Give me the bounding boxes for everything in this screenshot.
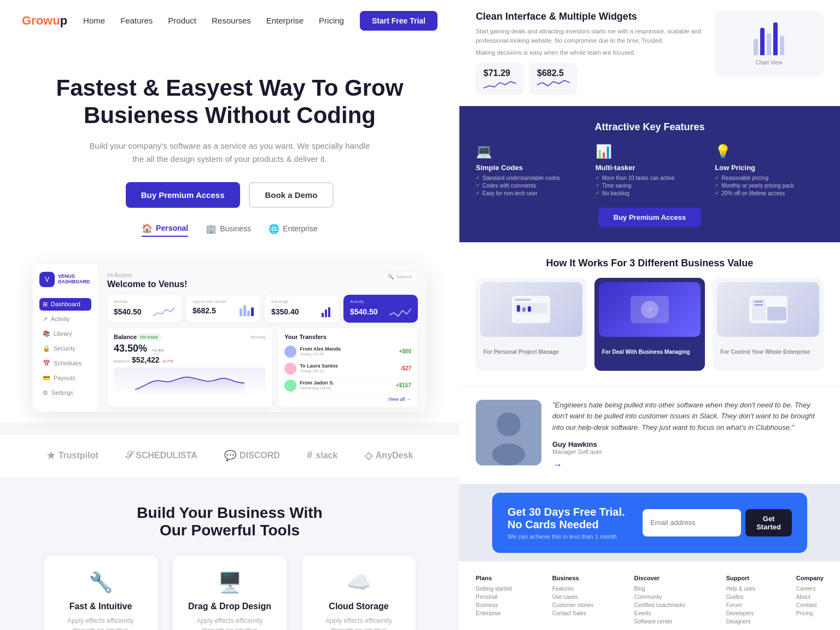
dash-menu-dashboard[interactable]: ⊞ Dashboard [39,298,91,311]
kf-list-pricing: Reasonable pricing Monthly or yearly pri… [715,175,824,196]
svg-point-19 [492,444,525,465]
dash-stat-spend: Spend this month $682.5 [186,295,260,323]
nav-features[interactable]: Features [120,16,153,26]
features-title: Build Your Business With Our Powerful To… [44,504,416,539]
svg-rect-8 [528,306,531,312]
nav-home[interactable]: Home [83,16,105,26]
nav-resources[interactable]: Resourses [212,16,251,26]
tab-personal[interactable]: 🏠 Personal [142,223,188,237]
kf-simple-codes: 💻 Simple Codes Standard understandable c… [476,144,585,198]
hiw-visual-personal [480,282,582,337]
mini-chart-2 [537,78,570,89]
transfer-item-2: To Laura Santos Today 09:15 -$27 [284,360,411,377]
business-icon: 🏢 [206,224,217,234]
fast-icon: 🔧 [57,571,144,594]
key-features-section: Attractive Key Features 💻 Simple Codes S… [459,106,840,242]
hero-headline: Fastest & Easyest Way To Grow Busieness … [44,74,416,130]
cta-section: Get 30 Days Free Trial. No Cards Needed … [492,493,807,553]
dash-menu-security[interactable]: 🔒 Security [39,342,91,355]
kf-icon-multi: 📊 [596,144,704,159]
dash-balance: Balance On track Monthly 43.50% +0.4% Ba… [107,328,272,407]
cloud-icon: ☁️ [315,571,402,594]
kf-buy-button[interactable]: Buy Premium Access [598,208,701,227]
dash-menu-activity[interactable]: ↗ Activity [39,313,91,325]
partner-trustpilot: ★ Trustpilot [46,450,98,462]
view-all-link[interactable]: View all → [284,396,411,402]
footer-col-plans: Plans Getting started Personal Business … [476,575,512,627]
hiw-enterprise: For Control Your Whole Enterprise [713,278,824,371]
personal-icon: 🏠 [142,223,153,234]
nav-enterprise[interactable]: Enterprise [266,16,304,26]
enterprise-icon: 🌐 [269,224,279,234]
sparkline-1 [153,305,175,318]
feature-drag: 🖥️ Drag & Drop Design Apply effects effi… [173,556,287,630]
cta-email-input[interactable] [643,509,741,536]
logo[interactable]: Growup [22,14,67,28]
cta-submit-button[interactable]: Get Started [745,509,792,536]
feature-cloud: ☁️ Cloud Storage Apply effects efficient… [302,556,416,630]
start-free-trial-button[interactable]: Start Free Trial [360,11,438,31]
svg-rect-15 [754,301,763,302]
dash-menu-settings[interactable]: ⚙ Settings [39,387,91,399]
hero-section: Fastest & Easyest Way To Grow Busieness … [0,42,459,264]
tab-business[interactable]: 🏢 Business [206,223,251,237]
dash-body: Balance On track Monthly 43.50% +0.4% Ba… [107,328,418,407]
dash-search[interactable]: 🔍 Search [382,272,418,282]
footer-col-support: Support Help & uses Guides Forum Develop… [726,575,756,627]
feature-cards: 🔧 Fast & Intuitive Apply effects efficie… [44,556,416,630]
kf-list-multi: More than 10 tasks can active Time savin… [596,175,704,196]
nav-pricing[interactable]: Pricing [319,16,344,26]
testimonial-arrow[interactable]: → [552,459,824,471]
dash-title: Welcome to Venus! [107,279,418,289]
how-it-works-section: How It Works For 3 Different Business Va… [459,242,840,386]
partner-schedulista: 𝒮 SCHEDULISTA [125,450,197,461]
earnings-icon [319,305,332,318]
svg-text:☞: ☞ [646,305,654,314]
dash-logo-icon: V [39,272,55,287]
hiw-personal: For Personal Project Manage [476,278,587,371]
avatar-laura [284,363,296,375]
dash-main: Hi Andrei Welcome to Venus! 🔍 Search Act… [98,264,427,412]
dash-menu-schedules[interactable]: 📅 Schedules [39,357,91,370]
logo-text: Grow [22,14,52,27]
kf-multitasker: 📊 Multi-tasker More than 10 tasks can ac… [596,144,704,198]
dash-sidebar: V VENUSDASHBOARD ⊞ Dashboard ↗ Activity … [33,264,98,412]
nav-product[interactable]: Product [168,16,196,26]
logo-accent: u [52,14,60,27]
hero-subtext: Build your company's software as a servi… [44,139,416,166]
svg-point-18 [497,412,521,436]
svg-rect-1 [325,310,327,317]
kf-list-codes: Standard understandable codes Codes with… [476,175,585,196]
buy-premium-button[interactable]: Buy Premium Access [126,182,240,208]
svg-rect-4 [515,299,531,301]
svg-rect-16 [754,304,763,306]
dash-transfers: Your Transfers From Alex Manda Today 14:… [278,328,418,407]
footer: Plans Getting started Personal Business … [459,562,840,630]
hiw-visual-enterprise [717,282,819,337]
mini-chart-1 [483,78,516,89]
widget-cards: $71.29 $682.5 [476,63,703,95]
cta-text: Get 30 Days Free Trial. No Cards Needed … [508,506,632,540]
hiw-business: ☞ For Deal With Business Managing [594,278,705,371]
plan-tabs: 🏠 Personal 🏢 Business 🌐 Enterprise [44,223,416,237]
svg-rect-6 [517,305,520,312]
dash-logo: V VENUSDASHBOARD [39,272,91,287]
svg-rect-2 [328,307,330,317]
feature-fast: 🔧 Fast & Intuitive Apply effects efficie… [44,556,158,630]
widget-text: Clean Interface & Multiple Widgets Start… [476,11,703,95]
sparkline-2 [389,305,411,318]
transfer-item-3: From Jadon S. Yesterday 09:01 +$157 [284,377,411,394]
testimonial-avatar [476,400,541,465]
mini-card-2: $682.5 [529,63,578,95]
tab-enterprise[interactable]: 🌐 Enterprise [269,223,318,237]
dash-menu-payouts[interactable]: 💳 Payouts [39,372,91,384]
right-panel: Clean Interface & Multiple Widgets Start… [459,0,840,630]
partner-slack: # slack [307,450,337,461]
left-panel: Growup Home Features Product Resourses E… [0,0,459,630]
book-demo-button[interactable]: Book a Demo [249,182,334,208]
dash-stat-earnings: Earnings $350.40 [265,295,339,323]
dash-menu-library[interactable]: 📚 Library [39,328,91,340]
navbar: Growup Home Features Product Resourses E… [0,0,459,42]
dash-stat-activity2: Activity $540.50 [343,295,418,323]
partner-discord: 💬 DISCORD [224,450,280,462]
